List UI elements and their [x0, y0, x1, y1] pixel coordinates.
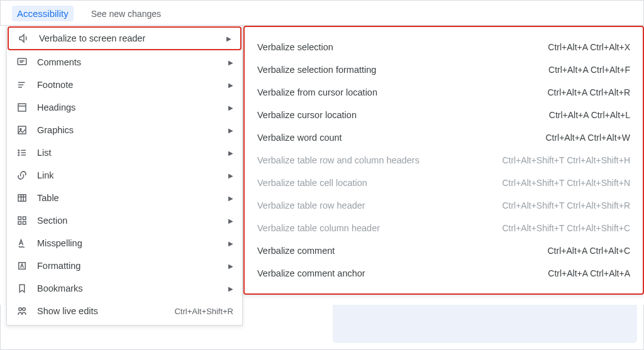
svg-rect-24 [23, 222, 26, 225]
speaker-icon [18, 32, 30, 45]
menu-item-comments[interactable]: Comments ▶ [7, 51, 242, 74]
svg-rect-23 [18, 222, 21, 225]
svg-point-12 [18, 152, 19, 153]
chevron-right-icon: ▶ [228, 127, 233, 134]
svg-point-10 [20, 128, 21, 129]
submenu-item-verbalize-table-headers: Verbalize table row and column headers C… [245, 149, 643, 172]
submenu-item-verbalize-comment-anchor[interactable]: Verbalize comment anchor Ctrl+Alt+A Ctrl… [245, 262, 643, 285]
menu-item-label: Bookmarks [37, 283, 228, 293]
footnote-icon [16, 79, 28, 91]
submenu-item-shortcut: Ctrl+Alt+Shift+T Ctrl+Alt+Shift+N [502, 178, 630, 188]
menu-item-show-live-edits[interactable]: Show live edits Ctrl+Alt+Shift+R [7, 300, 242, 322]
top-bar: Accessibility See new changes [0, 0, 644, 26]
submenu-item-verbalize-table-cell-location: Verbalize table cell location Ctrl+Alt+S… [245, 172, 643, 194]
graphics-icon [16, 124, 28, 136]
menu-item-link[interactable]: Link ▶ [7, 164, 242, 187]
submenu-item-shortcut: Ctrl+Alt+A Ctrl+Alt+R [548, 87, 631, 97]
menu-item-label: Headings [37, 102, 228, 112]
chevron-right-icon: ▶ [228, 172, 233, 179]
submenu-item-label: Verbalize comment anchor [257, 268, 548, 278]
submenu-item-shortcut: Ctrl+Alt+A Ctrl+Alt+C [548, 246, 631, 256]
submenu-item-verbalize-word-count[interactable]: Verbalize word count Ctrl+Alt+A Ctrl+Alt… [245, 126, 643, 149]
menu-item-graphics[interactable]: Graphics ▶ [7, 119, 242, 141]
submenu-item-label: Verbalize table row header [257, 200, 502, 211]
submenu-item-verbalize-table-row-header: Verbalize table row header Ctrl+Alt+Shif… [245, 194, 643, 217]
submenu-item-label: Verbalize table cell location [257, 178, 502, 188]
chevron-right-icon: ▶ [228, 240, 233, 247]
menu-item-label: Footnote [37, 80, 228, 90]
see-new-changes-button[interactable]: See new changes [86, 6, 166, 21]
submenu-item-shortcut: Ctrl+Alt+Shift+T Ctrl+Alt+Shift+R [502, 200, 630, 211]
menu-item-headings[interactable]: Headings ▶ [7, 96, 242, 119]
menu-item-label: Misspelling [37, 238, 228, 248]
menu-item-label: Link [37, 170, 228, 180]
svg-rect-7 [18, 104, 26, 111]
submenu-item-verbalize-comment[interactable]: Verbalize comment Ctrl+Alt+A Ctrl+Alt+C [245, 239, 643, 262]
svg-point-27 [19, 308, 22, 311]
chevron-right-icon: ▶ [228, 195, 233, 202]
chevron-right-icon: ▶ [228, 285, 233, 292]
menu-item-label: Verbalize to screen reader [39, 33, 226, 43]
chevron-right-icon: ▶ [228, 217, 233, 224]
submenu-item-verbalize-selection-formatting[interactable]: Verbalize selection formatting Ctrl+Alt+… [245, 58, 643, 81]
svg-rect-1 [18, 58, 26, 65]
submenu-item-label: Verbalize cursor location [257, 110, 549, 120]
bookmark-icon [16, 282, 28, 295]
svg-marker-0 [19, 35, 24, 42]
submenu-item-label: Verbalize word count [257, 133, 545, 143]
submenu-item-shortcut: Ctrl+Alt+A Ctrl+Alt+L [549, 110, 630, 120]
list-icon [16, 146, 28, 159]
submenu-item-label: Verbalize from cursor location [257, 87, 548, 97]
chevron-right-icon: ▶ [226, 35, 231, 42]
live-edits-icon [16, 305, 28, 317]
submenu-item-verbalize-selection[interactable]: Verbalize selection Ctrl+Alt+A Ctrl+Alt+… [245, 36, 643, 58]
chevron-right-icon: ▶ [228, 59, 233, 66]
formatting-icon [16, 260, 28, 272]
menu-item-label: Graphics [37, 125, 228, 135]
chevron-right-icon: ▶ [228, 82, 233, 89]
menu-item-table[interactable]: Table ▶ [7, 187, 242, 209]
chevron-right-icon: ▶ [228, 150, 233, 156]
submenu-item-label: Verbalize selection formatting [257, 65, 548, 75]
table-icon [16, 192, 28, 204]
submenu-item-label: Verbalize table row and column headers [257, 155, 502, 165]
menu-item-label: Section [37, 216, 228, 226]
chevron-right-icon: ▶ [228, 104, 233, 111]
svg-point-28 [23, 308, 26, 311]
menu-item-formatting[interactable]: Formatting ▶ [7, 254, 242, 277]
submenu-item-verbalize-table-column-header: Verbalize table column header Ctrl+Alt+S… [245, 217, 643, 239]
menu-item-misspelling[interactable]: Misspelling ▶ [7, 232, 242, 254]
menu-item-footnote[interactable]: Footnote ▶ [7, 74, 242, 96]
submenu-item-shortcut: Ctrl+Alt+Shift+T Ctrl+Alt+Shift+C [502, 223, 630, 233]
submenu-item-shortcut: Ctrl+Alt+A Ctrl+Alt+F [548, 65, 630, 75]
menu-item-list[interactable]: List ▶ [7, 141, 242, 164]
submenu-item-verbalize-from-cursor[interactable]: Verbalize from cursor location Ctrl+Alt+… [245, 81, 643, 104]
headings-icon [16, 101, 28, 114]
section-icon [16, 214, 28, 227]
submenu-item-label: Verbalize table column header [257, 223, 502, 233]
accessibility-menu-tab[interactable]: Accessibility [12, 6, 74, 21]
menu-item-shortcut: Ctrl+Alt+Shift+R [174, 307, 233, 316]
menu-item-label: List [37, 148, 228, 158]
submenu-item-shortcut: Ctrl+Alt+A Ctrl+Alt+W [545, 133, 630, 143]
accessibility-menu: Verbalize to screen reader ▶ Comments ▶ [6, 26, 243, 325]
svg-point-11 [18, 150, 19, 151]
verbalize-submenu: Verbalize selection Ctrl+Alt+A Ctrl+Alt+… [243, 26, 644, 295]
comment-icon [16, 56, 28, 68]
submenu-item-label: Verbalize comment [257, 246, 548, 256]
submenu-item-verbalize-cursor-location[interactable]: Verbalize cursor location Ctrl+Alt+A Ctr… [245, 104, 643, 126]
submenu-item-label: Verbalize selection [257, 42, 548, 52]
menu-item-bookmarks[interactable]: Bookmarks ▶ [7, 277, 242, 300]
menu-item-verbalize-screen-reader[interactable]: Verbalize to screen reader ▶ [8, 26, 242, 50]
menu-item-label: Show live edits [37, 306, 174, 316]
svg-rect-21 [18, 217, 21, 220]
menu-item-section[interactable]: Section ▶ [7, 209, 242, 232]
svg-rect-22 [23, 217, 26, 220]
menu-item-label: Comments [37, 57, 228, 67]
menu-item-label: Table [37, 193, 228, 203]
menu-item-label: Formatting [37, 261, 228, 271]
misspelling-icon [16, 237, 28, 249]
menus-container: Verbalize to screen reader ▶ Comments ▶ [0, 26, 644, 325]
svg-point-13 [18, 155, 19, 156]
link-icon [16, 169, 28, 182]
